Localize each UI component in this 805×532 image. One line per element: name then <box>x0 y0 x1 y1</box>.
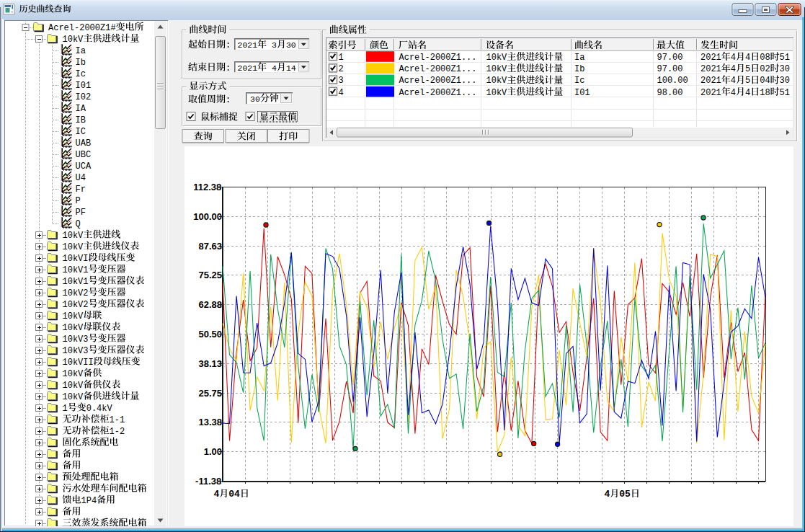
svg-text:50.50: 50.50 <box>199 329 223 340</box>
svg-text:51: 51 <box>780 53 790 63</box>
svg-text::: : <box>226 40 231 50</box>
svg-text:04: 04 <box>228 489 240 500</box>
svg-text:112.38: 112.38 <box>193 182 221 192</box>
svg-text:U4: U4 <box>76 173 86 183</box>
svg-text:75.25: 75.25 <box>199 270 223 280</box>
svg-text:P: P <box>76 196 81 206</box>
svg-text:98.00: 98.00 <box>657 88 683 98</box>
svg-text:4: 4 <box>731 64 736 74</box>
svg-text:38.13: 38.13 <box>199 358 223 369</box>
svg-text:1: 1 <box>339 53 344 63</box>
svg-text:25.75: 25.75 <box>199 388 223 399</box>
svg-text:Q: Q <box>76 219 81 229</box>
svg-text:PF: PF <box>76 208 86 218</box>
svg-text:IC: IC <box>76 127 86 137</box>
svg-text:10kV: 10kV <box>63 231 84 241</box>
svg-text:05: 05 <box>619 489 631 500</box>
svg-text:Ia: Ia <box>574 53 584 63</box>
svg-text::: : <box>226 95 231 105</box>
svg-text:UBC: UBC <box>76 150 92 160</box>
svg-text:51: 51 <box>780 88 790 98</box>
svg-text:10kV: 10kV <box>63 35 84 45</box>
svg-text:08: 08 <box>760 53 770 63</box>
svg-text:10kV3: 10kV3 <box>63 346 89 356</box>
svg-text:97.00: 97.00 <box>657 53 683 63</box>
svg-text:3: 3 <box>339 76 344 86</box>
svg-text:10kV2: 10kV2 <box>63 300 89 310</box>
svg-text:4: 4 <box>745 88 750 98</box>
svg-text:10kV2: 10kV2 <box>63 288 89 298</box>
svg-text:I01: I01 <box>76 81 92 91</box>
svg-text:18: 18 <box>760 88 770 98</box>
svg-text:3: 3 <box>267 40 277 50</box>
svg-text:Acrel-2000Z1...: Acrel-2000Z1... <box>399 64 477 74</box>
svg-text:UAB: UAB <box>76 138 92 148</box>
svg-text:4: 4 <box>731 88 736 98</box>
svg-text:I01: I01 <box>574 88 590 98</box>
svg-text:1: 1 <box>63 404 68 414</box>
svg-text:1-1: 1-1 <box>110 415 125 425</box>
svg-text:62.88: 62.88 <box>199 299 223 310</box>
svg-text:10kV: 10kV <box>63 311 84 322</box>
svg-text:30: 30 <box>286 40 296 50</box>
svg-text:4: 4 <box>339 88 344 98</box>
svg-text:2021: 2021 <box>238 40 258 50</box>
svg-text:Acrel-2000Z1...: Acrel-2000Z1... <box>399 53 477 63</box>
svg-text:4: 4 <box>267 63 277 73</box>
svg-text:10kV3: 10kV3 <box>63 334 89 345</box>
svg-text:10kV: 10kV <box>486 88 508 98</box>
svg-text:10kV: 10kV <box>63 381 84 391</box>
svg-text:10kV: 10kV <box>63 242 84 252</box>
svg-text:4: 4 <box>731 76 736 86</box>
svg-text:2021: 2021 <box>238 63 258 73</box>
svg-text:10kV: 10kV <box>486 53 508 63</box>
svg-text:4: 4 <box>731 53 736 63</box>
svg-text:10kV: 10kV <box>486 64 508 74</box>
svg-text:14: 14 <box>286 63 296 73</box>
svg-text:10kV: 10kV <box>63 392 84 402</box>
svg-text:Ic: Ic <box>76 69 86 79</box>
svg-text:UCA: UCA <box>76 161 92 172</box>
svg-text:Ic: Ic <box>574 76 584 86</box>
svg-text:2021: 2021 <box>701 64 721 74</box>
svg-text:1P4: 1P4 <box>81 496 97 506</box>
svg-text:2021: 2021 <box>701 53 721 63</box>
svg-text:1-2: 1-2 <box>110 427 125 437</box>
svg-text:2021: 2021 <box>701 88 721 98</box>
svg-text:Fr: Fr <box>76 185 86 195</box>
svg-text:100.00: 100.00 <box>193 211 222 222</box>
svg-text:10kV: 10kV <box>63 323 84 333</box>
svg-text:-11.38: -11.38 <box>195 476 221 487</box>
svg-text:87.63: 87.63 <box>199 241 223 252</box>
svg-text:10kV: 10kV <box>63 369 84 379</box>
svg-text:2: 2 <box>339 64 344 74</box>
svg-text:13.38: 13.38 <box>199 417 223 427</box>
svg-text:30: 30 <box>250 94 260 104</box>
svg-text:4: 4 <box>605 489 610 500</box>
svg-text:2021: 2021 <box>701 76 721 86</box>
svg-text:Acrel-2000Z1#: Acrel-2000Z1# <box>48 23 116 33</box>
svg-text:Ib: Ib <box>574 64 584 74</box>
svg-text:5: 5 <box>745 76 750 86</box>
svg-text:4: 4 <box>745 53 750 63</box>
svg-text:Ia: Ia <box>76 46 86 56</box>
svg-text:10kV: 10kV <box>486 76 508 86</box>
svg-text:10kVI: 10kVI <box>63 254 89 264</box>
svg-text:IB: IB <box>76 115 86 125</box>
svg-text:10kV1: 10kV1 <box>63 277 89 287</box>
svg-text:30: 30 <box>780 76 790 86</box>
svg-text:10kV1: 10kV1 <box>63 265 89 275</box>
svg-text:Acrel-2000Z1...: Acrel-2000Z1... <box>399 76 477 86</box>
svg-text:10kVII: 10kVII <box>63 358 94 368</box>
svg-text:02: 02 <box>760 64 770 74</box>
svg-text:IA: IA <box>76 104 86 114</box>
svg-text:30: 30 <box>780 64 790 74</box>
svg-text:04: 04 <box>760 76 770 86</box>
svg-text::: : <box>226 63 231 74</box>
svg-text:Acrel-2000Z1...: Acrel-2000Z1... <box>399 88 477 98</box>
svg-text:100.00: 100.00 <box>657 76 688 86</box>
svg-text:4: 4 <box>214 489 220 500</box>
svg-text:I02: I02 <box>76 92 92 102</box>
svg-text:0.4kV: 0.4kV <box>86 404 113 414</box>
svg-text:5: 5 <box>745 64 750 74</box>
